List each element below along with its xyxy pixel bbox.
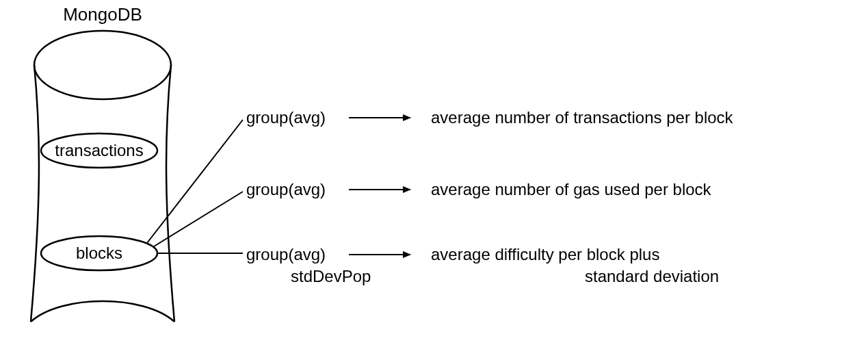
collection-blocks-label: blocks bbox=[76, 244, 122, 262]
database-cylinder bbox=[31, 31, 174, 322]
mongodb-aggregation-diagram: MongoDB transactions blocks group(avg) a… bbox=[0, 0, 868, 347]
cylinder-bottom-arc bbox=[31, 301, 174, 322]
operation-1-result: average number of transactions per block bbox=[431, 108, 734, 127]
cylinder-right-side bbox=[166, 65, 174, 322]
connector-blocks-to-op1 bbox=[147, 120, 243, 243]
operation-3-result-line2: standard deviation bbox=[585, 267, 719, 285]
operation-1-label: group(avg) bbox=[246, 108, 326, 127]
operation-3-label: group(avg) bbox=[246, 245, 326, 264]
cylinder-left-side bbox=[31, 65, 39, 322]
operation-2-result: average number of gas used per block bbox=[431, 180, 712, 198]
diagram-title: MongoDB bbox=[63, 4, 142, 25]
collection-transactions-label: transactions bbox=[55, 141, 143, 159]
cylinder-top-ellipse bbox=[34, 31, 171, 99]
operation-2-label: group(avg) bbox=[246, 180, 326, 198]
operation-3-result: average difficulty per block plus bbox=[431, 245, 659, 264]
operation-3-sub: stdDevPop bbox=[291, 267, 371, 285]
